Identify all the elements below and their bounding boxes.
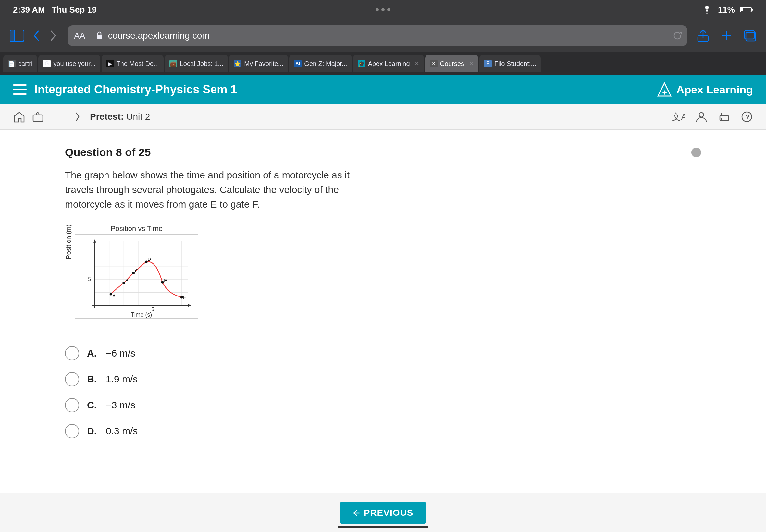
home-icon[interactable] (13, 111, 25, 123)
y-axis-label: Position (m) (65, 224, 72, 259)
previous-button-label: PREVIOUS (364, 508, 414, 518)
url-display: course.apexlearning.com (108, 30, 210, 41)
person-icon[interactable] (695, 111, 708, 123)
svg-text:E: E (164, 278, 167, 283)
lock-icon (96, 31, 103, 40)
svg-point-44 (110, 293, 112, 296)
graph-title: Position vs Time (75, 224, 198, 233)
tab-close-icon[interactable]: ✕ (415, 60, 420, 67)
browser-bar: AA course.apexlearning.com (0, 19, 766, 52)
question-text: The graph below shows the time and posit… (65, 168, 357, 212)
tab-label: The Most De... (116, 60, 159, 67)
share-icon[interactable] (697, 29, 709, 42)
tabs-icon[interactable] (744, 30, 756, 42)
app-header-left: Integrated Chemistry-Physics Sem 1 (13, 83, 237, 96)
date-display: Thu Sep 19 (52, 5, 97, 15)
svg-point-54 (180, 296, 183, 299)
reload-icon[interactable] (673, 31, 682, 41)
radio-c[interactable] (65, 398, 79, 412)
address-bar[interactable]: AA course.apexlearning.com (67, 25, 687, 46)
toolbar-right: 文A ? (672, 111, 753, 123)
answer-value-d: 0.3 m/s (106, 426, 138, 437)
svg-marker-41 (188, 304, 191, 307)
tab-close-icon[interactable]: ✕ (469, 60, 474, 67)
svg-rect-22 (721, 118, 727, 120)
tab-label: My Favorite... (244, 60, 283, 67)
help-icon[interactable]: ? (741, 111, 753, 123)
hamburger-icon[interactable] (13, 84, 27, 95)
translate-icon[interactable]: 文A (672, 111, 685, 123)
svg-text:文A: 文A (672, 112, 685, 122)
answer-choice-a[interactable]: A. −6 m/s (65, 346, 701, 360)
svg-text:✦: ✦ (662, 89, 667, 96)
status-bar-right: 11% (701, 5, 753, 15)
svg-rect-14 (13, 93, 27, 95)
svg-rect-13 (13, 89, 27, 90)
back-breadcrumb-icon[interactable] (73, 112, 82, 122)
answer-choice-c[interactable]: C. −3 m/s (65, 398, 701, 412)
svg-text:C: C (135, 268, 138, 273)
status-bar-dots (375, 8, 391, 11)
sidebar-icon[interactable] (10, 30, 24, 42)
home-indicator (337, 526, 429, 528)
font-size-button[interactable]: AA (67, 31, 85, 41)
radio-b[interactable] (65, 372, 79, 386)
new-tab-icon[interactable] (721, 30, 732, 42)
apex-logo-icon: ✦ (656, 81, 673, 98)
svg-point-46 (122, 282, 125, 284)
tab-label: Gen Z: Major... (304, 60, 347, 67)
status-bar-left: 2:39 AM Thu Sep 19 (13, 5, 96, 15)
main-content: Question 8 of 25 The graph below shows t… (0, 130, 766, 532)
svg-text:Time (s): Time (s) (131, 311, 152, 318)
bottom-bar: PREVIOUS (0, 493, 766, 532)
browser-nav-icons (10, 30, 58, 42)
tab-label: you use your... (53, 60, 95, 67)
battery-icon (740, 6, 753, 13)
browser-actions (697, 29, 756, 42)
back-icon[interactable] (32, 30, 41, 42)
answer-letter-b: B. (87, 374, 97, 385)
tabs-bar: 📄 cartri G you use your... ▶ The Most De… (0, 52, 766, 75)
apex-logo: ✦ Apex Learning (656, 81, 753, 98)
toolbar: Pretest: Unit 2 文A ? (0, 104, 766, 130)
graph-container: Position (m) Position vs Time (65, 224, 701, 320)
tab-my-favorite[interactable]: ⭐ My Favorite... (229, 55, 288, 72)
answer-letter-c: C. (87, 400, 97, 411)
answer-choice-b[interactable]: B. 1.9 m/s (65, 372, 701, 386)
forward-icon[interactable] (49, 30, 58, 42)
app-title: Integrated Chemistry-Physics Sem 1 (34, 83, 237, 96)
prev-arrow-icon (353, 510, 360, 516)
previous-button[interactable]: PREVIOUS (340, 502, 427, 524)
svg-text:?: ? (745, 113, 749, 121)
radio-a[interactable] (65, 346, 79, 360)
tab-the-most-de[interactable]: ▶ The Most De... (102, 55, 164, 72)
answer-choice-d[interactable]: D. 0.3 m/s (65, 424, 701, 438)
tab-filo-student[interactable]: F Filo Student:... (480, 55, 541, 72)
tab-you-use-your[interactable]: G you use your... (38, 55, 100, 72)
tab-cartri[interactable]: 📄 cartri (3, 55, 37, 72)
svg-rect-2 (752, 9, 753, 11)
tab-local-jobs[interactable]: 💼 Local Jobs: 1... (165, 55, 228, 72)
tab-gen-z[interactable]: BI Gen Z: Major... (289, 55, 351, 72)
svg-text:A: A (113, 293, 116, 298)
tab-label: Apex Learning (368, 60, 410, 67)
answer-value-b: 1.9 m/s (106, 374, 138, 385)
question-title: Question 8 of 25 (65, 146, 151, 159)
question-dot (691, 148, 701, 157)
svg-text:F: F (183, 295, 186, 300)
svg-rect-1 (741, 8, 743, 11)
wifi-icon (701, 6, 713, 14)
time-display: 2:39 AM (13, 5, 45, 15)
toolbar-divider (62, 110, 62, 123)
tab-apex-learning[interactable]: 🎓 Apex Learning ✕ (353, 55, 424, 72)
print-icon[interactable] (718, 111, 730, 123)
tab-courses[interactable]: × Courses ✕ (425, 55, 478, 72)
radio-d[interactable] (65, 424, 79, 438)
breadcrumb: Pretest: Unit 2 (90, 112, 150, 122)
battery-display: 11% (718, 5, 735, 15)
position-time-graph: 5 5 A B C D E (75, 234, 198, 319)
svg-rect-6 (97, 35, 102, 39)
briefcase-icon[interactable] (32, 111, 44, 123)
answer-value-a: −6 m/s (106, 348, 135, 359)
svg-point-50 (145, 260, 148, 263)
